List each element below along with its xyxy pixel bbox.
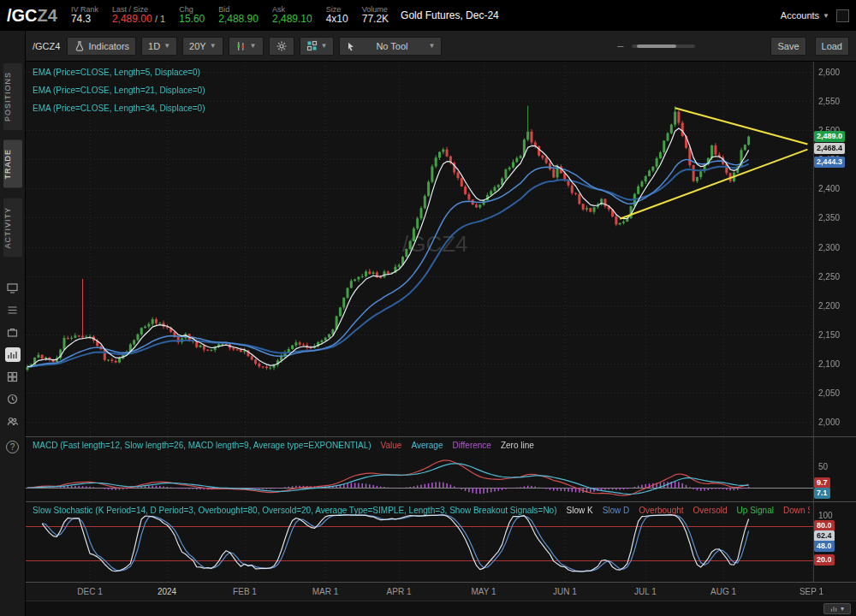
macd-average-label: Average [411,441,443,450]
drawing-tool-dropdown[interactable]: No Tool ▼ [339,37,442,56]
zoom-slider[interactable] [632,44,695,48]
chevron-down-icon: ▾ [841,605,844,613]
time-axis-label: FEB 1 [233,587,257,596]
macd-panel: MACD (Fast length=12, Slow length=26, MA… [26,436,856,501]
symbol-suffix: Z4 [38,6,57,25]
chart-style-dropdown[interactable]: ▼ [229,37,264,56]
change-value: 15.60 [179,14,205,26]
ask-value: 2,489.10 [272,14,312,26]
size-field: Size 4x10 [326,5,348,26]
ema-21-legend[interactable]: EMA (Price=CLOSE, Length=21, Displace=0) [33,81,205,99]
quote-bar: /GCZ4 IV Rank 74.3 Last / Size 2,489.00 … [0,0,856,31]
stochastic-panel: Slow Stochastic (K Period=14, D Period=3… [26,501,856,582]
range-dropdown[interactable]: 20Y▼ [182,37,223,56]
volume-field: Volume 77.2K [362,5,389,26]
chevron-down-icon: ▼ [823,12,829,20]
history-icon[interactable] [5,392,21,406]
sidebar-tab-activity[interactable]: ACTIVITY [3,198,22,258]
axis-value-bubble: 48.0 [814,541,835,552]
size-value: 4x10 [326,14,348,26]
help-icon[interactable]: ? [6,441,19,453]
axis-value-bubble: 2,444.3 [814,157,845,168]
instrument-description: Gold Futures, Dec-24 [401,9,499,21]
macd-title[interactable]: MACD (Fast length=12, Slow length=26, MA… [33,441,372,450]
left-sidebar: POSITIONS TRADE ACTIVITY ? [0,31,26,616]
bid-field: Bid 2,488.90 [218,5,259,26]
change-field: Chg 15.60 [179,5,205,26]
last-size-field: Last / Size 2,489.00 / 1 [112,5,165,26]
list-icon[interactable] [5,303,21,317]
price-chart-canvas[interactable] [26,62,856,436]
ema-5-legend[interactable]: EMA (Price=CLOSE, Length=5, Displace=0) [33,63,205,81]
candle-style-icon [235,40,247,52]
flask-icon [74,40,85,52]
chart-settings-button[interactable] [269,37,294,56]
chevron-down-icon: ▼ [250,42,257,50]
macd-legend: MACD (Fast length=12, Slow length=26, MA… [33,441,810,450]
gear-icon [276,40,288,52]
chart-toolbar: /GCZ4 Indicators 1D▼ 20Y▼ ▼ ▼ [26,31,856,62]
account-menu-icon[interactable] [836,9,849,22]
down-signal-label: Down Signal [783,506,810,515]
stoch-title[interactable]: Slow Stochastic (K Period=14, D Period=3… [33,506,557,515]
time-axis[interactable]: DEC 12024FEB 1MAR 1APR 1MAY 1JUN 1JUL 1A… [26,582,856,601]
bottom-strip: ▾ [26,601,856,616]
zoom-slider-fill [637,44,676,48]
last-price-value: 2,489.00 [112,13,152,25]
volume-value: 77.2K [362,14,389,26]
iv-rank-value: 74.3 [71,14,98,26]
sidebar-tab-positions[interactable]: POSITIONS [3,63,22,130]
chart-symbol-label: /GCZ4 [33,41,60,51]
chart-icon[interactable] [5,347,21,362]
macd-value-label: Value [381,441,402,450]
time-axis-label: MAR 1 [312,587,339,596]
price-panel: EMA (Price=CLOSE, Length=5, Displace=0) … [26,62,856,436]
bid-value: 2,488.90 [218,14,259,26]
symbol-title: /GCZ4 [7,6,57,26]
axis-value-bubble: 20.0 [814,554,835,566]
time-axis-label: APR 1 [387,587,412,596]
axis-value-bubble: 2,489.0 [814,131,845,142]
sidebar-tab-trade[interactable]: TRADE [3,140,22,188]
time-axis-label: DEC 1 [77,587,102,596]
timeframe-dropdown[interactable]: 1D▼ [141,37,177,56]
axis-value-bubble: 7.1 [814,488,830,499]
chart-gadget: /GCZ4 Indicators 1D▼ 20Y▼ ▼ ▼ [26,31,856,616]
up-signal-label: Up Signal [737,506,774,515]
axis-value-bubble: 2,468.4 [814,143,845,154]
chevron-down-icon: ▼ [210,42,217,50]
cursor-icon [346,41,355,51]
zoom-out-button[interactable]: – [617,39,623,52]
macd-zeroline-label: Zero line [501,441,534,450]
accounts-dropdown[interactable]: Accounts▼ [781,10,829,21]
orders-icon[interactable] [5,325,21,340]
ema-34-legend[interactable]: EMA (Price=CLOSE, Length=34, Displace=0) [33,99,205,117]
time-axis-label: JUL 1 [634,587,657,596]
pattern-dropdown[interactable]: ▼ [300,37,335,56]
time-axis-label: JUN 1 [553,587,577,596]
ask-field: Ask 2,489.10 [272,5,312,26]
trading-app: /GCZ4 IV Rank 74.3 Last / Size 2,489.00 … [0,0,856,616]
monitor-icon[interactable] [5,281,21,295]
iv-rank-field: IV Rank 74.3 [71,5,98,26]
time-axis-label: SEP 1 [800,587,823,596]
slow-d-label: Slow D [603,506,630,515]
pattern-grid-icon [306,40,318,51]
oversold-label: Oversold [693,506,728,515]
save-button[interactable]: Save [770,37,805,56]
apps-grid-icon[interactable] [5,370,21,384]
mini-chart-dropdown[interactable]: ▾ [823,603,851,614]
community-icon[interactable] [5,414,21,429]
load-button[interactable]: Load [815,37,849,56]
slow-k-label: Slow K [567,506,593,515]
time-axis-label: AUG 1 [710,587,736,596]
overbought-label: Overbought [639,506,683,515]
chevron-down-icon: ▼ [429,42,436,50]
time-axis-label: MAY 1 [471,587,496,596]
mini-chart-dropdown-icon [830,605,838,613]
last-size-value: / 1 [155,14,165,24]
time-axis-label: 2024 [158,587,176,596]
chart-area: EMA (Price=CLOSE, Length=5, Displace=0) … [26,62,856,582]
indicators-button[interactable]: Indicators [67,37,136,56]
stoch-legend: Slow Stochastic (K Period=14, D Period=3… [33,506,810,515]
